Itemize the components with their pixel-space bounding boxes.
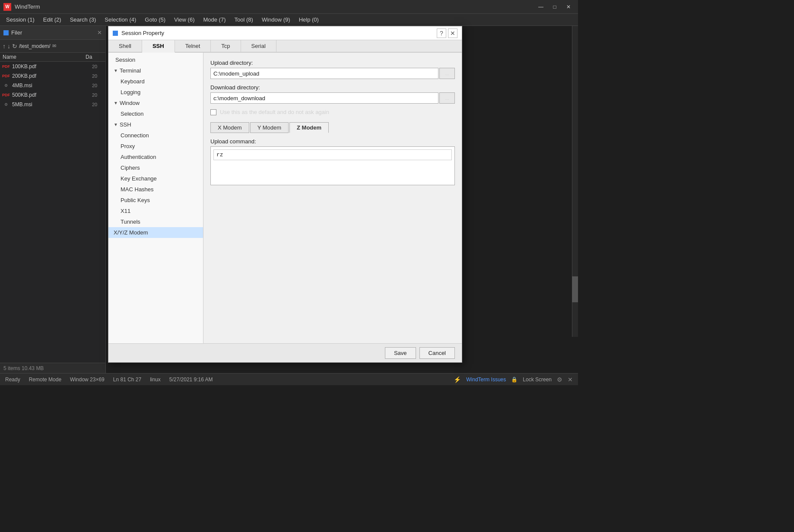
tree-selection[interactable]: Selection	[108, 108, 203, 119]
dialog-title-bar: Session Property ? ✕	[108, 26, 462, 40]
tree-ciphers[interactable]: Ciphers	[108, 162, 203, 173]
filer-header: Filer ✕	[0, 26, 105, 40]
tab-shell[interactable]: Shell	[108, 40, 142, 52]
upload-command-area	[210, 146, 455, 185]
tab-z-modem[interactable]: Z Modem	[289, 122, 329, 133]
tab-serial[interactable]: Serial	[241, 40, 276, 52]
dialog-body: Session ▼ Terminal Keyboard Logging ▼ Wi…	[108, 53, 462, 343]
tab-y-modem[interactable]: Y Modem	[250, 122, 289, 133]
status-window-size: Window 23×69	[70, 377, 105, 383]
default-checkbox-label: Use this as the default and do not ask a…	[220, 109, 329, 115]
file-name: 100KB.pdf	[12, 63, 92, 70]
minimize-button[interactable]: —	[535, 3, 547, 11]
download-directory-row: ...	[210, 92, 455, 104]
tree-label: MAC Hashes	[121, 186, 154, 193]
tree-ssh[interactable]: ▼ SSH	[108, 119, 203, 130]
menu-edit[interactable]: Edit (2)	[39, 16, 66, 24]
upload-command-input[interactable]	[213, 149, 452, 160]
dialog-close-button[interactable]: ✕	[448, 28, 457, 38]
tree-label: Key Exchange	[121, 175, 157, 182]
status-bar: Ready Remote Mode Window 23×69 Ln 81 Ch …	[0, 373, 578, 385]
file-date: 20	[92, 73, 103, 79]
left-panel: Filer ✕ ↑ ↓ ↻ /test_modem/ ✉ Name Da PDF…	[0, 26, 106, 373]
tree-terminal[interactable]: ▼ Terminal	[108, 65, 203, 76]
current-path: /test_modem/	[19, 43, 51, 49]
tree-window[interactable]: ▼ Window	[108, 98, 203, 108]
cancel-button[interactable]: Cancel	[419, 347, 455, 359]
restore-button[interactable]: □	[549, 3, 561, 11]
window-controls: — □ ✕	[535, 3, 575, 11]
download-directory-input[interactable]	[210, 92, 438, 104]
nav-up-button[interactable]: ↑	[3, 43, 6, 50]
tree-label: Ciphers	[121, 165, 140, 171]
pdf-icon: PDF	[3, 92, 10, 98]
pdf-icon: PDF	[3, 73, 10, 79]
tree-label: Connection	[121, 132, 149, 139]
tab-telnet[interactable]: Telnet	[175, 40, 211, 52]
menu-selection[interactable]: Selection (4)	[100, 16, 140, 24]
tree-panel: Session ▼ Terminal Keyboard Logging ▼ Wi…	[108, 53, 203, 343]
save-button[interactable]: Save	[385, 347, 416, 359]
expand-icon: ▼	[114, 101, 118, 105]
file-date: 20	[92, 64, 103, 69]
upload-directory-input[interactable]	[210, 68, 438, 79]
file-name: 4MB.msi	[12, 82, 92, 89]
tree-mac-hashes[interactable]: MAC Hashes	[108, 184, 203, 195]
tree-tunnels[interactable]: Tunnels	[108, 216, 203, 227]
settings-icon[interactable]: ⚙	[557, 376, 562, 383]
scroll-area[interactable]	[572, 26, 578, 337]
menu-help[interactable]: Help (0)	[295, 16, 323, 24]
menu-goto[interactable]: Goto (5)	[140, 16, 170, 24]
tree-logging[interactable]: Logging	[108, 87, 203, 98]
tab-tcp[interactable]: Tcp	[211, 40, 241, 52]
tree-label: SSH	[120, 121, 131, 128]
menu-bar: Session (1) Edit (2) Search (3) Selectio…	[0, 14, 578, 26]
tree-authentication[interactable]: Authentication	[108, 152, 203, 162]
filer-close-button[interactable]: ✕	[97, 29, 102, 36]
nav-refresh-button[interactable]: ↻	[12, 43, 17, 50]
menu-window[interactable]: Window (9)	[257, 16, 295, 24]
scroll-thumb[interactable]	[572, 276, 578, 302]
tab-ssh[interactable]: SSH	[142, 40, 175, 53]
tree-label: Logging	[121, 89, 140, 95]
nav-down-button[interactable]: ↓	[7, 43, 10, 50]
download-directory-label: Download directory:	[210, 84, 455, 91]
default-checkbox[interactable]	[210, 109, 216, 115]
tree-key-exchange[interactable]: Key Exchange	[108, 173, 203, 184]
file-item[interactable]: PDF 500KB.pdf 20	[0, 90, 105, 100]
tab-x-modem[interactable]: X Modem	[210, 122, 249, 133]
file-item[interactable]: PDF 200KB.pdf 20	[0, 71, 105, 81]
file-name: 200KB.pdf	[12, 73, 92, 79]
dialog-tabs: Shell SSH Telnet Tcp Serial	[108, 40, 462, 53]
status-close-icon[interactable]: ✕	[568, 376, 573, 383]
upload-browse-button[interactable]: ...	[439, 68, 455, 79]
file-item[interactable]: ⚙ 4MB.msi 20	[0, 81, 105, 90]
tree-xyz-modem[interactable]: X/Y/Z Modem	[108, 227, 203, 238]
file-list: PDF 100KB.pdf 20 PDF 200KB.pdf 20 ⚙ 4MB.…	[0, 62, 105, 109]
dialog-help-button[interactable]: ?	[437, 28, 446, 38]
issues-link[interactable]: WindTerm Issues	[466, 377, 506, 383]
tree-connection[interactable]: Connection	[108, 130, 203, 141]
tree-proxy[interactable]: Proxy	[108, 141, 203, 152]
lock-screen-label[interactable]: Lock Screen	[523, 377, 552, 383]
tree-session[interactable]: Session	[108, 54, 203, 65]
modem-tabs: X Modem Y Modem Z Modem	[210, 122, 455, 133]
menu-session[interactable]: Session (1)	[2, 16, 39, 24]
dialog-controls: ? ✕	[437, 28, 457, 38]
file-item[interactable]: ⚙ 5MB.msi 20	[0, 100, 105, 109]
tree-x11[interactable]: X11	[108, 206, 203, 216]
menu-view[interactable]: View (6)	[170, 16, 199, 24]
menu-search[interactable]: Search (3)	[66, 16, 101, 24]
tree-label: X/Y/Z Modem	[114, 229, 148, 236]
title-bar: W WindTerm — □ ✕	[0, 0, 578, 14]
left-status-bar: 5 items 10.43 MB	[0, 363, 105, 373]
file-item[interactable]: PDF 100KB.pdf 20	[0, 62, 105, 71]
tree-keyboard[interactable]: Keyboard	[108, 76, 203, 87]
menu-tool[interactable]: Tool (8)	[230, 16, 257, 24]
tree-public-keys[interactable]: Public Keys	[108, 195, 203, 206]
dialog-icon	[113, 31, 118, 36]
tree-label: Terminal	[120, 67, 141, 74]
close-button[interactable]: ✕	[562, 3, 575, 11]
menu-mode[interactable]: Mode (7)	[199, 16, 230, 24]
download-browse-button[interactable]: ...	[439, 92, 455, 104]
